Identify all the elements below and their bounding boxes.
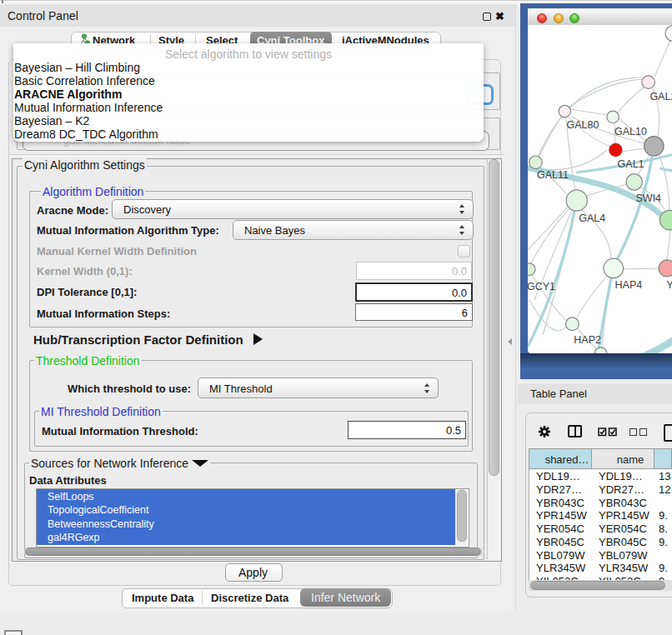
- svg-text:GAL10: GAL10: [614, 126, 647, 138]
- svg-text:YJL0: YJL0: [666, 279, 672, 291]
- svg-text:GAL80: GAL80: [567, 119, 599, 131]
- svg-text:SWI4: SWI4: [636, 192, 662, 204]
- svg-text:GAL4: GAL4: [579, 212, 605, 224]
- svg-text:GAL11: GAL11: [537, 169, 569, 181]
- svg-text:GCY1: GCY1: [528, 281, 555, 292]
- svg-text:GAL1: GAL1: [618, 158, 644, 170]
- svg-text:HAP2: HAP2: [574, 334, 601, 346]
- svg-text:GAL2: GAL2: [649, 91, 672, 102]
- svg-text:HAP4: HAP4: [615, 279, 643, 291]
